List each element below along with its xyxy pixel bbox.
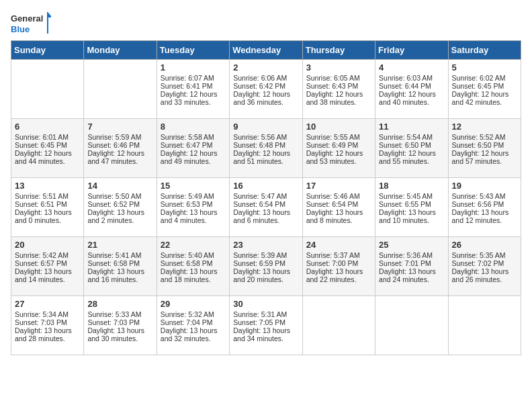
day-info: Sunrise: 5:37 AM bbox=[306, 251, 371, 259]
calendar-cell: 21Sunrise: 5:41 AMSunset: 6:58 PMDayligh… bbox=[84, 237, 157, 296]
day-info: Daylight: 12 hours and 49 minutes. bbox=[161, 149, 226, 165]
day-info: Sunrise: 6:06 AM bbox=[233, 74, 298, 82]
day-number: 6 bbox=[15, 122, 80, 132]
day-number: 12 bbox=[452, 122, 517, 132]
day-number: 25 bbox=[379, 240, 444, 250]
day-info: Daylight: 13 hours and 30 minutes. bbox=[87, 326, 152, 342]
day-info: Sunset: 6:43 PM bbox=[306, 82, 371, 90]
calendar-cell: 28Sunrise: 5:33 AMSunset: 7:03 PMDayligh… bbox=[84, 296, 157, 355]
day-info: Daylight: 13 hours and 32 minutes. bbox=[161, 326, 226, 342]
day-number: 4 bbox=[379, 62, 444, 73]
day-info: Sunrise: 5:54 AM bbox=[379, 133, 444, 141]
day-number: 20 bbox=[15, 240, 80, 250]
day-info: Daylight: 13 hours and 0 minutes. bbox=[15, 208, 80, 224]
day-info: Sunset: 6:56 PM bbox=[452, 200, 517, 208]
calendar-cell: 5Sunrise: 6:02 AMSunset: 6:45 PMDaylight… bbox=[448, 60, 521, 119]
day-info: Sunrise: 5:47 AM bbox=[233, 192, 298, 200]
day-info: Sunset: 6:59 PM bbox=[233, 259, 298, 267]
day-number: 22 bbox=[161, 240, 226, 250]
day-number: 17 bbox=[306, 181, 371, 191]
day-number: 21 bbox=[87, 240, 152, 250]
calendar-cell bbox=[375, 296, 448, 355]
weekday-header: Sunday bbox=[11, 41, 84, 60]
day-number: 29 bbox=[161, 299, 226, 309]
day-info: Sunset: 6:50 PM bbox=[452, 141, 517, 149]
weekday-header: Friday bbox=[375, 41, 448, 60]
day-info: Sunrise: 5:55 AM bbox=[306, 133, 371, 141]
day-info: Sunset: 6:42 PM bbox=[233, 82, 298, 90]
day-info: Daylight: 12 hours and 36 minutes. bbox=[233, 90, 298, 106]
day-info: Daylight: 12 hours and 57 minutes. bbox=[452, 149, 517, 165]
day-number: 14 bbox=[87, 181, 152, 191]
day-info: Sunrise: 5:42 AM bbox=[15, 251, 80, 259]
day-number: 7 bbox=[87, 122, 152, 132]
day-info: Sunset: 7:01 PM bbox=[379, 259, 444, 267]
day-info: Daylight: 12 hours and 40 minutes. bbox=[379, 90, 444, 106]
day-info: Sunset: 6:47 PM bbox=[161, 141, 226, 149]
calendar-cell: 19Sunrise: 5:43 AMSunset: 6:56 PMDayligh… bbox=[448, 178, 521, 237]
calendar-week-row: 27Sunrise: 5:34 AMSunset: 7:03 PMDayligh… bbox=[11, 296, 521, 355]
calendar-cell: 10Sunrise: 5:55 AMSunset: 6:49 PMDayligh… bbox=[302, 119, 375, 178]
calendar-cell bbox=[11, 60, 84, 119]
day-info: Sunrise: 5:34 AM bbox=[15, 310, 80, 318]
day-number: 28 bbox=[87, 299, 152, 309]
day-info: Sunrise: 5:50 AM bbox=[87, 192, 152, 200]
day-info: Sunrise: 6:01 AM bbox=[15, 133, 80, 141]
calendar-cell: 6Sunrise: 6:01 AMSunset: 6:45 PMDaylight… bbox=[11, 119, 84, 178]
day-number: 19 bbox=[452, 181, 517, 191]
weekday-header: Tuesday bbox=[157, 41, 229, 60]
day-info: Sunrise: 5:41 AM bbox=[87, 251, 152, 259]
day-info: Daylight: 12 hours and 53 minutes. bbox=[306, 149, 371, 165]
calendar-cell: 3Sunrise: 6:05 AMSunset: 6:43 PMDaylight… bbox=[302, 60, 375, 119]
day-number: 27 bbox=[15, 299, 80, 309]
day-info: Sunset: 6:45 PM bbox=[452, 82, 517, 90]
calendar-cell bbox=[84, 60, 157, 119]
weekday-header-row: SundayMondayTuesdayWednesdayThursdayFrid… bbox=[11, 41, 521, 60]
day-info: Daylight: 13 hours and 12 minutes. bbox=[452, 208, 517, 224]
day-number: 9 bbox=[233, 122, 298, 132]
calendar-cell: 4Sunrise: 6:03 AMSunset: 6:44 PMDaylight… bbox=[375, 60, 448, 119]
logo: General Blue bbox=[11, 11, 51, 35]
calendar-cell: 30Sunrise: 5:31 AMSunset: 7:05 PMDayligh… bbox=[230, 296, 302, 355]
day-info: Sunset: 7:03 PM bbox=[15, 318, 80, 326]
calendar-cell: 22Sunrise: 5:40 AMSunset: 6:58 PMDayligh… bbox=[157, 237, 229, 296]
calendar-cell bbox=[448, 296, 521, 355]
day-info: Daylight: 13 hours and 20 minutes. bbox=[233, 267, 298, 283]
day-info: Sunset: 6:57 PM bbox=[15, 259, 80, 267]
day-info: Sunset: 7:00 PM bbox=[306, 259, 371, 267]
calendar-cell: 15Sunrise: 5:49 AMSunset: 6:53 PMDayligh… bbox=[157, 178, 229, 237]
calendar-cell: 13Sunrise: 5:51 AMSunset: 6:51 PMDayligh… bbox=[11, 178, 84, 237]
day-info: Sunset: 7:04 PM bbox=[161, 318, 226, 326]
calendar-cell: 20Sunrise: 5:42 AMSunset: 6:57 PMDayligh… bbox=[11, 237, 84, 296]
day-info: Sunrise: 5:43 AM bbox=[452, 192, 517, 200]
day-info: Daylight: 13 hours and 8 minutes. bbox=[306, 208, 371, 224]
day-info: Sunset: 6:54 PM bbox=[306, 200, 371, 208]
day-info: Sunrise: 6:02 AM bbox=[452, 74, 517, 82]
day-info: Daylight: 13 hours and 26 minutes. bbox=[452, 267, 517, 283]
day-number: 13 bbox=[15, 181, 80, 191]
day-info: Daylight: 12 hours and 51 minutes. bbox=[233, 149, 298, 165]
calendar-cell: 17Sunrise: 5:46 AMSunset: 6:54 PMDayligh… bbox=[302, 178, 375, 237]
day-info: Sunset: 6:44 PM bbox=[379, 82, 444, 90]
day-number: 5 bbox=[452, 62, 517, 73]
calendar-cell: 27Sunrise: 5:34 AMSunset: 7:03 PMDayligh… bbox=[11, 296, 84, 355]
day-info: Sunrise: 5:33 AM bbox=[87, 310, 152, 318]
calendar-cell: 23Sunrise: 5:39 AMSunset: 6:59 PMDayligh… bbox=[230, 237, 302, 296]
day-info: Sunrise: 5:46 AM bbox=[306, 192, 371, 200]
day-info: Sunset: 6:58 PM bbox=[161, 259, 226, 267]
day-number: 1 bbox=[161, 62, 226, 73]
day-number: 3 bbox=[306, 62, 371, 73]
page-header: General Blue bbox=[11, 11, 521, 35]
day-info: Sunrise: 6:03 AM bbox=[379, 74, 444, 82]
day-info: Sunrise: 5:45 AM bbox=[379, 192, 444, 200]
day-info: Daylight: 13 hours and 2 minutes. bbox=[87, 208, 152, 224]
calendar-cell: 8Sunrise: 5:58 AMSunset: 6:47 PMDaylight… bbox=[157, 119, 229, 178]
day-info: Daylight: 13 hours and 16 minutes. bbox=[87, 267, 152, 283]
calendar-week-row: 20Sunrise: 5:42 AMSunset: 6:57 PMDayligh… bbox=[11, 237, 521, 296]
day-number: 2 bbox=[233, 62, 298, 73]
day-info: Sunrise: 5:31 AM bbox=[233, 310, 298, 318]
day-info: Daylight: 12 hours and 38 minutes. bbox=[306, 90, 371, 106]
day-info: Sunrise: 5:56 AM bbox=[233, 133, 298, 141]
day-info: Sunrise: 5:49 AM bbox=[161, 192, 226, 200]
day-number: 26 bbox=[452, 240, 517, 250]
